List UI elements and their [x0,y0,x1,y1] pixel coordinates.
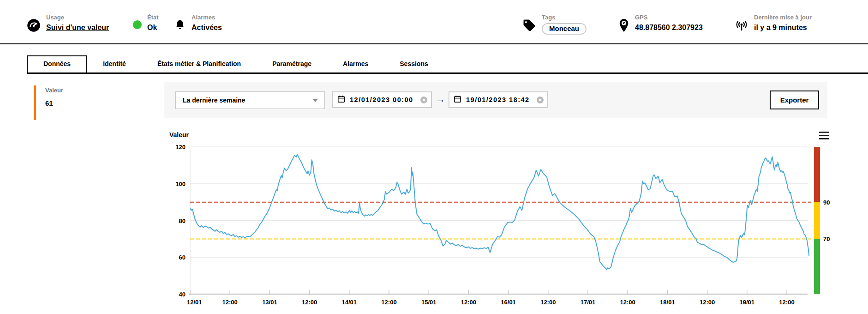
tab-bar: DonnéesIdentitéÉtats métier & Planificat… [0,43,868,74]
tag-icon [522,18,536,32]
date-from-value: 12/01/2023 00:00 [350,96,416,103]
tags-label: Tags [542,14,587,21]
gps-info: GPS 48.878560 2.307923 [618,14,703,33]
x-tick-label: 15/01 [421,299,437,306]
status-label: État [147,14,159,21]
x-tick-label: 12:00 [779,299,794,306]
y-tick-label: 60 [179,254,186,261]
last-update-value: il y a 9 minutes [754,23,812,33]
gps-label: GPS [635,14,703,21]
date-to-value: 19/01/2023 18:42 [466,96,533,103]
status-value: Ok [147,23,159,33]
gauge-zone [814,202,820,239]
antenna-icon [735,18,748,32]
alarms-label: Alarmes [192,14,222,21]
tab-sessions[interactable]: Sessions [384,56,443,72]
last-update-label: Dernière mise à jour [754,14,812,21]
gauge-threshold-label: 70 [823,236,830,242]
gauge-threshold-label: 90 [823,199,830,206]
tags-info: Tags Monceau [522,14,587,35]
period-select[interactable]: La dernière semaine [175,91,325,109]
x-tick-label: 12:00 [620,299,635,306]
usage-label: Usage [46,14,109,21]
map-pin-icon [618,18,629,32]
status-info: État Ok [133,14,159,33]
bell-icon [174,18,186,31]
period-select-value: La dernière semaine [183,97,312,104]
sidebar-metric-valeur[interactable]: Valeur 61 [34,85,63,120]
x-tick-label: 12/01 [187,299,202,306]
date-from-input[interactable]: 12/01/2023 00:00 ✕ [332,91,432,108]
x-tick-label: 12:00 [381,299,396,306]
chart-title: Valeur [169,131,189,139]
calendar-icon [337,95,346,105]
filter-bar: La dernière semaine 12/01/2023 00:00 ✕ →… [164,82,827,118]
x-tick-label: 12:00 [700,299,715,306]
date-to-input[interactable]: 19/01/2023 18:42 ✕ [449,91,548,108]
clear-date-from-icon[interactable]: ✕ [420,97,427,103]
value-line [190,155,809,270]
x-tick-label: 19/01 [740,299,755,306]
x-tick-label: 14/01 [342,299,357,306]
tab-identit-[interactable]: Identité [87,56,142,72]
gps-coordinates: 48.878560 2.307923 [635,23,703,33]
y-tick-label: 100 [175,181,186,187]
metric-value: 61 [45,99,63,107]
x-tick-label: 13/01 [262,299,277,306]
alarms-value: Activées [192,23,222,33]
gauge-zone [814,147,820,202]
x-tick-label: 12:00 [540,299,556,306]
status-ok-icon [133,20,142,29]
tab-alarmes[interactable]: Alarmes [327,56,384,72]
chart-menu-icon[interactable] [819,132,829,139]
x-tick-label: 12:00 [461,299,476,306]
tag-chip[interactable]: Monceau [542,23,587,35]
chevron-down-icon [312,99,318,102]
y-tick-label: 80 [179,217,186,224]
tab-param-trage[interactable]: Paramétrage [257,56,327,72]
gauge-icon [27,18,41,32]
x-tick-label: 18/01 [660,299,675,306]
alarms-info: Alarmes Activées [174,14,222,33]
calendar-icon [453,95,462,105]
export-button[interactable]: Exporter [770,91,819,109]
x-tick-label: 16/01 [501,299,516,306]
usage-info: Usage Suivi d'une valeur [27,14,109,33]
x-tick-label: 17/01 [581,299,596,306]
clear-date-to-icon[interactable]: ✕ [537,97,544,103]
device-monitoring-page: { "header": { "usage": {"label": "Usage"… [0,0,868,314]
range-arrow-icon: → [435,93,445,105]
tab-donn-es[interactable]: Données [27,55,87,72]
y-tick-label: 120 [175,144,186,151]
tab--tats-m-tier-planification[interactable]: États métier & Planification [142,56,257,72]
y-tick-label: 40 [179,291,186,298]
usage-link[interactable]: Suivi d'une valeur [46,23,109,33]
x-tick-label: 12:00 [222,299,238,306]
gauge-zone [814,239,820,294]
x-tick-label: 12:00 [302,299,317,306]
last-update-info: Dernière mise à jour il y a 9 minutes [735,14,812,33]
value-timeseries-chart: Valeur40608010012012/0112:0013/0112:0014… [164,125,861,314]
metric-label: Valeur [45,87,63,94]
